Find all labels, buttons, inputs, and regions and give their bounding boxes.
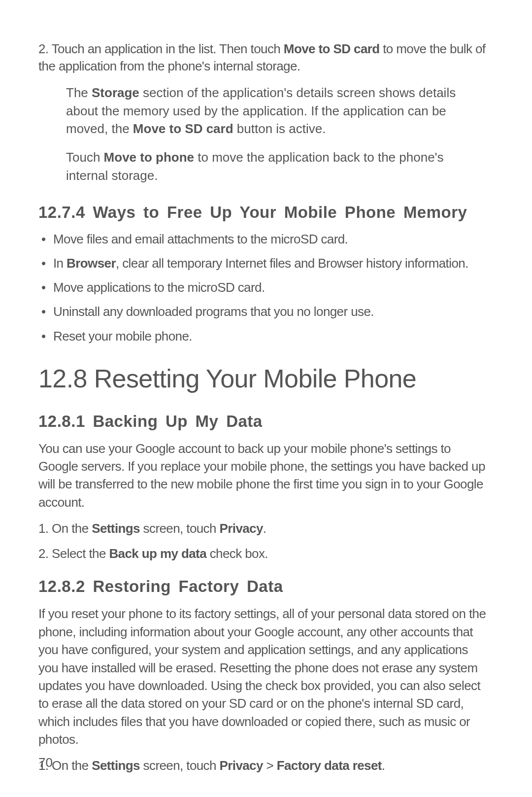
heading-12-7-4: 12.7.4 Ways to Free Up Your Mobile Phone… — [38, 203, 488, 222]
text-fragment: Touch an application in the list. Then t… — [52, 41, 284, 56]
bold-privacy: Privacy — [220, 521, 263, 536]
text-fragment: Move applications to the microSD card. — [53, 280, 265, 295]
text-fragment: Touch — [66, 150, 104, 165]
note-storage: The Storage section of the application's… — [66, 84, 486, 138]
text-fragment: screen, touch — [140, 521, 220, 536]
text-fragment: button is active. — [233, 121, 326, 136]
text-fragment: On the — [52, 521, 92, 536]
bold-move-to-sd: Move to SD card — [133, 121, 233, 136]
note-move-to-phone: Touch Move to phone to move the applicat… — [66, 148, 486, 184]
bold-settings: Settings — [92, 521, 140, 536]
bold-move-to-phone: Move to phone — [104, 150, 194, 165]
list-item: Reset your mobile phone. — [38, 328, 488, 345]
page-number: 70 — [38, 755, 53, 770]
bold-privacy: Privacy — [220, 758, 263, 773]
heading-12-8-2: 12.8.2 Restoring Factory Data — [38, 577, 488, 596]
list-item: Uninstall any downloaded programs that y… — [38, 303, 488, 320]
text-fragment: Reset your mobile phone. — [53, 329, 192, 344]
text-fragment: , clear all temporary Internet files and… — [116, 256, 468, 271]
paragraph-12-8-1: You can use your Google account to back … — [38, 440, 488, 512]
list-item: In Browser, clear all temporary Internet… — [38, 255, 488, 272]
heading-12-8: 12.8 Resetting Your Mobile Phone — [38, 364, 488, 393]
bold-factory-data-reset: Factory data reset — [277, 758, 382, 773]
numbered-step-1: 1. On the Settings screen, touch Privacy… — [38, 520, 488, 537]
bullet-list-12-7-4: Move files and email attachments to the … — [38, 231, 488, 345]
bold-browser: Browser — [66, 256, 116, 271]
step-text: Touch an application in the list. Then t… — [38, 41, 485, 73]
text-fragment: . — [382, 758, 385, 773]
heading-12-8-1: 12.8.1 Backing Up My Data — [38, 412, 488, 431]
text-fragment: . — [263, 521, 266, 536]
text-fragment: On the — [52, 758, 92, 773]
text-fragment: Select the — [52, 546, 109, 561]
bold-settings: Settings — [92, 758, 140, 773]
step-number: 2. — [38, 41, 48, 56]
text-fragment: The — [66, 85, 92, 100]
list-item: Move applications to the microSD card. — [38, 279, 488, 296]
step-number: 1. — [38, 521, 48, 536]
numbered-step-2: 2. Select the Back up my data check box. — [38, 545, 488, 562]
document-page: 2. Touch an application in the list. The… — [0, 0, 532, 797]
text-fragment: Move files and email attachments to the … — [53, 232, 348, 246]
numbered-step-1: 1. On the Settings screen, touch Privacy… — [38, 757, 488, 774]
paragraph-12-8-2: If you reset your phone to its factory s… — [38, 605, 488, 748]
bold-storage: Storage — [92, 85, 139, 100]
bold-move-to-sd: Move to SD card — [284, 41, 380, 56]
step-number: 2. — [38, 546, 48, 561]
list-item: Move files and email attachments to the … — [38, 231, 488, 248]
numbered-step-2: 2. Touch an application in the list. The… — [38, 40, 488, 75]
text-fragment: > — [263, 758, 277, 773]
text-fragment: screen, touch — [140, 758, 220, 773]
text-fragment: In — [53, 256, 66, 271]
text-fragment: Uninstall any downloaded programs that y… — [53, 304, 374, 319]
text-fragment: check box. — [206, 546, 268, 561]
bold-backup-my-data: Back up my data — [109, 546, 206, 561]
